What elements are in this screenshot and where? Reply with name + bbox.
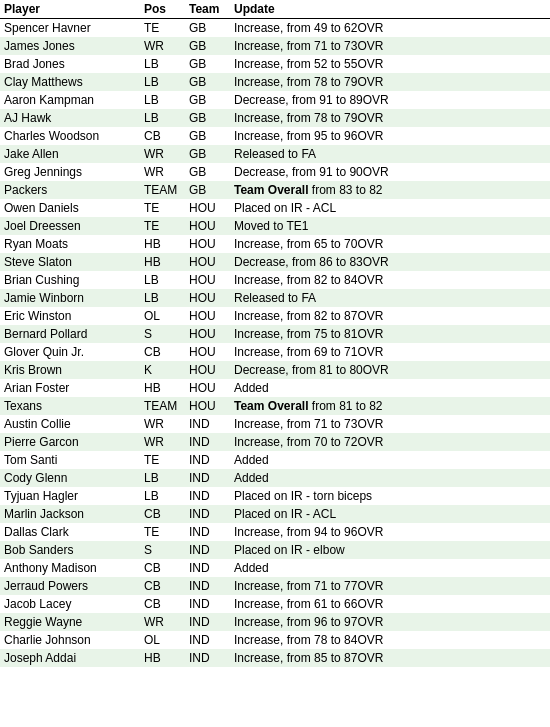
cell-4-3: Decrease, from 91 to 89OVR — [230, 91, 550, 109]
cell-13-2: HOU — [185, 253, 230, 271]
cell-4-2: GB — [185, 91, 230, 109]
table-row: Jerraud PowersCBINDIncrease, from 71 to … — [0, 577, 550, 595]
table-row: Charles WoodsonCBGBIncrease, from 95 to … — [0, 127, 550, 145]
cell-20-3: Added — [230, 379, 550, 397]
cell-24-3: Added — [230, 451, 550, 469]
cell-32-0: Jacob Lacey — [0, 595, 140, 613]
cell-26-1: LB — [140, 487, 185, 505]
cell-34-1: OL — [140, 631, 185, 649]
cell-31-0: Jerraud Powers — [0, 577, 140, 595]
cell-9-3: Team Overall from 83 to 82 — [230, 181, 550, 199]
cell-1-1: WR — [140, 37, 185, 55]
cell-3-3: Increase, from 78 to 79OVR — [230, 73, 550, 91]
cell-8-2: GB — [185, 163, 230, 181]
header-team: Team — [185, 0, 230, 19]
cell-24-1: TE — [140, 451, 185, 469]
cell-29-3: Placed on IR - elbow — [230, 541, 550, 559]
cell-10-2: HOU — [185, 199, 230, 217]
cell-6-3: Increase, from 95 to 96OVR — [230, 127, 550, 145]
table-row: AJ HawkLBGBIncrease, from 78 to 79OVR — [0, 109, 550, 127]
cell-11-1: TE — [140, 217, 185, 235]
cell-35-3: Increase, from 85 to 87OVR — [230, 649, 550, 667]
table-row: Tyjuan HaglerLBINDPlaced on IR - torn bi… — [0, 487, 550, 505]
cell-25-0: Cody Glenn — [0, 469, 140, 487]
cell-30-0: Anthony Madison — [0, 559, 140, 577]
header-pos: Pos — [140, 0, 185, 19]
table-row: TexansTEAMHOUTeam Overall from 81 to 82 — [0, 397, 550, 415]
cell-12-1: HB — [140, 235, 185, 253]
cell-22-0: Austin Collie — [0, 415, 140, 433]
table-row: Jamie WinbornLBHOUReleased to FA — [0, 289, 550, 307]
table-row: Reggie WayneWRINDIncrease, from 96 to 97… — [0, 613, 550, 631]
cell-18-3: Increase, from 69 to 71OVR — [230, 343, 550, 361]
cell-28-3: Increase, from 94 to 96OVR — [230, 523, 550, 541]
cell-1-0: James Jones — [0, 37, 140, 55]
cell-12-2: HOU — [185, 235, 230, 253]
cell-32-3: Increase, from 61 to 66OVR — [230, 595, 550, 613]
cell-31-2: IND — [185, 577, 230, 595]
table-row: Spencer HavnerTEGBIncrease, from 49 to 6… — [0, 19, 550, 38]
cell-23-3: Increase, from 70 to 72OVR — [230, 433, 550, 451]
cell-6-0: Charles Woodson — [0, 127, 140, 145]
cell-3-0: Clay Matthews — [0, 73, 140, 91]
cell-17-2: HOU — [185, 325, 230, 343]
cell-4-1: LB — [140, 91, 185, 109]
cell-29-0: Bob Sanders — [0, 541, 140, 559]
cell-28-1: TE — [140, 523, 185, 541]
cell-2-2: GB — [185, 55, 230, 73]
cell-13-1: HB — [140, 253, 185, 271]
cell-24-2: IND — [185, 451, 230, 469]
cell-35-0: Joseph Addai — [0, 649, 140, 667]
table-row: Glover Quin Jr.CBHOUIncrease, from 69 to… — [0, 343, 550, 361]
cell-20-0: Arian Foster — [0, 379, 140, 397]
cell-18-1: CB — [140, 343, 185, 361]
cell-15-2: HOU — [185, 289, 230, 307]
cell-22-3: Increase, from 71 to 73OVR — [230, 415, 550, 433]
cell-9-2: GB — [185, 181, 230, 199]
cell-12-3: Increase, from 65 to 70OVR — [230, 235, 550, 253]
table-row: Anthony MadisonCBINDAdded — [0, 559, 550, 577]
cell-30-1: CB — [140, 559, 185, 577]
cell-21-3: Team Overall from 81 to 82 — [230, 397, 550, 415]
cell-11-2: HOU — [185, 217, 230, 235]
table-row: Jake AllenWRGBReleased to FA — [0, 145, 550, 163]
cell-6-1: CB — [140, 127, 185, 145]
cell-5-0: AJ Hawk — [0, 109, 140, 127]
cell-29-1: S — [140, 541, 185, 559]
cell-8-1: WR — [140, 163, 185, 181]
cell-28-0: Dallas Clark — [0, 523, 140, 541]
cell-6-2: GB — [185, 127, 230, 145]
cell-7-0: Jake Allen — [0, 145, 140, 163]
cell-14-0: Brian Cushing — [0, 271, 140, 289]
cell-12-0: Ryan Moats — [0, 235, 140, 253]
cell-9-0: Packers — [0, 181, 140, 199]
cell-14-1: LB — [140, 271, 185, 289]
cell-21-0: Texans — [0, 397, 140, 415]
table-row: Kris BrownKHOUDecrease, from 81 to 80OVR — [0, 361, 550, 379]
cell-13-0: Steve Slaton — [0, 253, 140, 271]
cell-14-2: HOU — [185, 271, 230, 289]
cell-32-2: IND — [185, 595, 230, 613]
table-row: Bernard PollardSHOUIncrease, from 75 to … — [0, 325, 550, 343]
cell-1-2: GB — [185, 37, 230, 55]
table-row: Marlin JacksonCBINDPlaced on IR - ACL — [0, 505, 550, 523]
cell-23-2: IND — [185, 433, 230, 451]
table-row: Pierre GarconWRINDIncrease, from 70 to 7… — [0, 433, 550, 451]
cell-29-2: IND — [185, 541, 230, 559]
cell-23-0: Pierre Garcon — [0, 433, 140, 451]
cell-2-0: Brad Jones — [0, 55, 140, 73]
table-row: Brad JonesLBGBIncrease, from 52 to 55OVR — [0, 55, 550, 73]
cell-5-2: GB — [185, 109, 230, 127]
table-row: Ryan MoatsHBHOUIncrease, from 65 to 70OV… — [0, 235, 550, 253]
cell-8-0: Greg Jennings — [0, 163, 140, 181]
cell-26-3: Placed on IR - torn biceps — [230, 487, 550, 505]
cell-31-1: CB — [140, 577, 185, 595]
cell-19-3: Decrease, from 81 to 80OVR — [230, 361, 550, 379]
cell-7-2: GB — [185, 145, 230, 163]
table-row: Dallas ClarkTEINDIncrease, from 94 to 96… — [0, 523, 550, 541]
table-row: Tom SantiTEINDAdded — [0, 451, 550, 469]
cell-1-3: Increase, from 71 to 73OVR — [230, 37, 550, 55]
cell-34-0: Charlie Johnson — [0, 631, 140, 649]
cell-16-2: HOU — [185, 307, 230, 325]
cell-27-2: IND — [185, 505, 230, 523]
